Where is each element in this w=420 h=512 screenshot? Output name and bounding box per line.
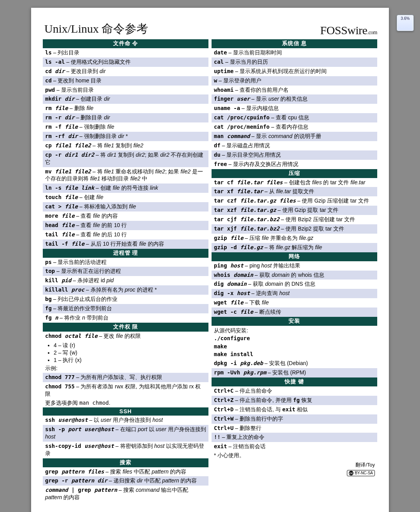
command-row: gzip -d file.gz – 将 file.gz 解压缩为 file: [212, 243, 377, 252]
command-row: wget file – 下载 file: [212, 298, 377, 308]
command-row: Ctrl+Z – 停止当前命令, 并使用 fg 恢复: [212, 396, 377, 405]
text-block: 4 – 读 (r)2 – 写 (w)1 – 执行 (x): [43, 342, 208, 364]
command-row: whois domain – 获取 domain 的 whois 信息: [212, 271, 377, 280]
command-row: mv file1 file2 – 将 file1 重命名或移动到 file2; …: [43, 167, 208, 184]
command-row: date – 显示当前日期和时间: [212, 48, 377, 58]
command-row: tail file – 查看 file 的后 10 行: [43, 230, 208, 239]
cc-badge: ccBY-NC-SA: [347, 470, 375, 476]
brand-suffix: .com: [367, 30, 377, 35]
command-row: rm file – 删除 file: [43, 104, 208, 113]
command-row: free – 显示内存及交换区占用情况: [212, 160, 377, 169]
section-header: 搜索: [43, 458, 208, 467]
caution-note: * 小心使用。: [212, 451, 377, 460]
command-row: rm -r dir – 删除目录 dir: [43, 113, 208, 122]
section-header: 文件命 令: [43, 39, 208, 48]
command-row: ls -al – 使用格式化列出隐藏文件: [43, 58, 208, 67]
command-row: tar xjf file.tar.bz2 – 使用 Bzip2 提取 tar 文…: [212, 224, 377, 234]
command-row: ssh -p port user@host – 在端口 port 以 user …: [43, 425, 208, 442]
command-row: Ctrl+U – 删除整行: [212, 424, 377, 433]
command-row: cat > file – 将标准输入添加到 file: [43, 202, 208, 211]
command-row: dig -x host – 逆向查询 host: [212, 289, 377, 298]
command-row: mkdir dir – 创建目录 dir: [43, 94, 208, 104]
command-row: !! – 重复上次的命令: [212, 433, 377, 442]
command-row: du – 显示目录空间占用情况: [212, 150, 377, 160]
command-row: tar cjf file.tar.bz2 – 使用 Bzip2 压缩创建 tar…: [212, 215, 377, 224]
command-row: cp file1 file2 – 将 file1 复制到 file2: [43, 141, 208, 150]
brand-main: FOSSwire: [320, 24, 367, 37]
command-row: chmod 755 – 为所有者添加 rwx 权限, 为组和其他用户添加 rx …: [43, 382, 208, 399]
command-row: cd dir – 更改目录到 dir: [43, 67, 208, 76]
command-row: killall proc – 杀掉所有名为 proc 的进程 *: [43, 285, 208, 295]
command-row: more file – 查看 file 的内容: [43, 211, 208, 221]
command-row: cd – 更改到 home 目录: [43, 76, 208, 86]
command-row: Ctrl+W – 删除当前行中的字: [212, 414, 377, 424]
title-row: Unix/Linux 命令参考 FOSSwire.com: [44, 21, 377, 37]
section-header: 网络: [212, 252, 377, 261]
left-column: 文件命 令ls – 列出目录ls -al – 使用格式化列出隐藏文件cd dir…: [43, 39, 208, 502]
section-header: 进程管 理: [43, 249, 208, 258]
widget-value: 3.6%: [401, 16, 410, 21]
command-row: tar cf file.tar files – 创建包含 files 的 tar…: [212, 178, 377, 187]
text-block: 更多选项参阅 man chmod.: [43, 399, 208, 407]
command-row: w – 显示登录的用户: [212, 76, 377, 86]
command-row: uptime – 显示系统从开机到现在所运行的时间: [212, 67, 377, 76]
text-block: 示例:: [43, 364, 208, 373]
command-row: fg – 将最近的作业带到前台: [43, 304, 208, 313]
command-row: grep -r pattern dir – 递归搜索 dir 中匹配 patte…: [43, 476, 208, 486]
section-header: 系统信 息: [212, 39, 377, 48]
command-row: pwd – 显示当前目录: [43, 86, 208, 95]
columns: 文件命 令ls – 列出目录ls -al – 使用格式化列出隐藏文件cd dir…: [43, 39, 377, 502]
command-row: uname -a – 显示内核信息: [212, 104, 377, 113]
command-row: rm -f file – 强制删除 file: [43, 122, 208, 132]
system-widget: 3.6%: [397, 15, 414, 31]
command-row: command | grep pattern – 搜索 command 输出中匹…: [43, 486, 208, 502]
command-row: gzip file – 压缩 file 并重命名为 file.gz: [212, 234, 377, 243]
footer-credit: 翻译/Toy ccBY-NC-SA: [212, 460, 377, 478]
command-row: grep pattern files – 搜索 files 中匹配 patter…: [43, 467, 208, 477]
command-row: rpm -Uvh pkg.rpm – 安装包 (RPM): [212, 368, 377, 377]
command-row: ls – 列出目录: [43, 48, 208, 58]
command-row: tar xf file.tar – 从 file.tar 提取文件: [212, 187, 377, 196]
command-row: ssh user@host – 以 user 用户身份连接到 host: [43, 416, 208, 425]
command-row: dpkg -i pkg.deb – 安装包 (Debian): [212, 359, 377, 368]
brand-logo: FOSSwire.com: [320, 24, 377, 37]
command-row: Ctrl+C – 停止当前命令: [212, 386, 377, 396]
command-row: man command – 显示 command 的说明手册: [212, 132, 377, 141]
command-row: cat /proc/cpuinfo – 查看 cpu 信息: [212, 113, 377, 122]
command-row: dig domain – 获取 domain 的 DNS 信息: [212, 280, 377, 289]
command-row: finger user – 显示 user 的相关信息: [212, 94, 377, 104]
command-row: rm -rf dir – 强制删除目录 dir *: [43, 132, 208, 141]
section-header: 快捷 键: [212, 377, 377, 386]
command-row: wget -c file – 断点续传: [212, 308, 377, 317]
command-row: tar xzf file.tar.gz – 使用 Gzip 提取 tar 文件: [212, 206, 377, 215]
command-row: touch file – 创建 file: [43, 193, 208, 202]
command-row: chmod 777 – 为所有用户添加读、写、执行权限: [43, 373, 208, 382]
command-row: tar czf file.tar.gz files – 使用 Gzip 压缩创建…: [212, 196, 377, 206]
section-header: 文件权 限: [43, 323, 208, 332]
command-row: cat /proc/meminfo – 查看内存信息: [212, 122, 377, 132]
command-row: kill pid – 杀掉进程 id pid: [43, 276, 208, 285]
document-page: Unix/Linux 命令参考 FOSSwire.com 文件命 令ls – 列…: [31, 8, 389, 512]
command-row: ps – 显示当前的活动进程: [43, 258, 208, 267]
command-row: cp -r dir1 dir2 – 将 dir1 复制到 dir2; 如果 di…: [43, 150, 208, 167]
command-row: head file – 查看 file 的前 10 行: [43, 221, 208, 230]
command-row: ssh-copy-id user@host – 将密钥添加到 host 以实现无…: [43, 442, 208, 458]
right-column: 系统信 息date – 显示当前日期和时间cal – 显示当月的日历uptime…: [212, 39, 377, 502]
command-row: ln -s file link – 创建 file 的符号连接 link: [43, 183, 208, 193]
command-row: exit – 注销当前会话: [212, 442, 377, 451]
section-header: SSH: [43, 407, 208, 416]
section-header: 安装: [212, 317, 377, 326]
section-header: 压缩: [212, 169, 377, 178]
page-title: Unix/Linux 命令参考: [44, 21, 149, 37]
command-row: tail -f file – 从后 10 行开始查看 file 的内容: [43, 239, 208, 249]
command-row: cal – 显示当月的日历: [212, 58, 377, 67]
command-row: whoami – 查看你的当前用户名: [212, 86, 377, 95]
command-row: bg – 列出已停止或后台的作业: [43, 295, 208, 304]
command-row: Ctrl+D – 注销当前会话, 与 exit 相似: [212, 405, 377, 414]
command-row: top – 显示所有正在运行的进程: [43, 267, 208, 276]
command-row: df – 显示磁盘占用情况: [212, 141, 377, 150]
text-block: 从源代码安装:./configuremakemake install: [212, 326, 377, 359]
command-row: ping host – ping host 并输出结果: [212, 261, 377, 271]
command-row: chmod octal file – 更改 file 的权限: [43, 332, 208, 341]
command-row: fg n – 将作业 n 带到前台: [43, 313, 208, 323]
